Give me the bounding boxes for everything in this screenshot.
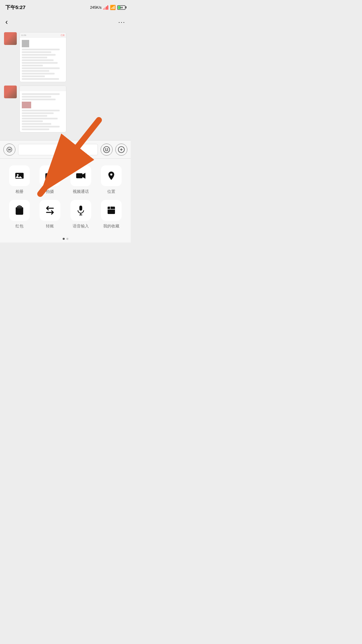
- location-icon-box: [101, 165, 122, 186]
- voice-button[interactable]: [3, 144, 15, 156]
- album-label: 相册: [15, 189, 23, 195]
- status-bar: 下午5:27 245K/s 📶 24: [0, 0, 131, 15]
- svg-point-10: [17, 174, 18, 176]
- svg-point-4: [105, 149, 106, 149]
- album-icon-box: [9, 165, 30, 186]
- input-bar: [0, 140, 131, 158]
- svg-point-3: [104, 146, 110, 152]
- page-indicator: [0, 234, 131, 243]
- page-dot-2: [66, 238, 68, 240]
- status-right: 245K/s 📶 24: [90, 5, 125, 10]
- action-camera[interactable]: 拍摄: [36, 165, 64, 195]
- back-button[interactable]: ‹: [5, 18, 8, 26]
- message-bubble-1: 11:56 已发: [19, 32, 66, 82]
- action-album[interactable]: 相册: [5, 165, 34, 195]
- nav-bar: ‹ ···: [0, 15, 131, 30]
- svg-point-12: [49, 175, 51, 177]
- more-button[interactable]: ···: [118, 19, 125, 26]
- actions-panel: 相册 拍摄 视频通话: [0, 158, 131, 234]
- emoji-button[interactable]: [101, 144, 113, 156]
- redpacket-label: 红包: [15, 223, 23, 229]
- action-voice-input[interactable]: 语音输入: [67, 200, 95, 229]
- message-bubble-2: [19, 86, 66, 132]
- avatar: [4, 86, 17, 98]
- svg-rect-13: [76, 173, 82, 178]
- svg-point-5: [107, 149, 108, 149]
- avatar: [4, 32, 17, 45]
- camera-icon-box: [40, 165, 60, 186]
- action-favorites[interactable]: 我的收藏: [98, 200, 126, 229]
- svg-point-2: [7, 147, 12, 152]
- action-video[interactable]: 视频通话: [67, 165, 95, 195]
- signal-bars: [103, 5, 108, 10]
- action-redpacket[interactable]: 红包: [5, 200, 34, 229]
- actions-grid: 相册 拍摄 视频通话: [5, 165, 125, 229]
- svg-point-15: [110, 173, 112, 175]
- table-row: [4, 86, 127, 132]
- status-time: 下午5:27: [5, 4, 25, 11]
- favorites-icon-box: [101, 200, 122, 221]
- voice-input-icon-box: [70, 200, 91, 221]
- location-label: 位置: [107, 189, 115, 195]
- page-dot-1: [63, 238, 65, 240]
- voice-input-label: 语音输入: [73, 223, 89, 229]
- signal-speed: 245K/s: [90, 5, 102, 9]
- redpacket-icon-box: [9, 200, 30, 221]
- plus-button[interactable]: [115, 144, 127, 156]
- transfer-label: 转账: [46, 223, 54, 229]
- camera-label: 拍摄: [46, 189, 54, 195]
- message-input[interactable]: [18, 144, 98, 155]
- table-row: 11:56 已发: [4, 32, 127, 82]
- action-transfer[interactable]: 转账: [36, 200, 64, 229]
- transfer-icon-box: [40, 200, 60, 221]
- svg-rect-18: [18, 205, 21, 207]
- favorites-label: 我的收藏: [103, 223, 119, 229]
- action-location[interactable]: 位置: [98, 165, 126, 195]
- chat-area: 11:56 已发: [0, 30, 131, 140]
- video-icon-box: [70, 165, 91, 186]
- svg-rect-19: [79, 206, 82, 211]
- wifi-icon: 📶: [110, 5, 116, 10]
- video-label: 视频通话: [73, 189, 89, 195]
- svg-rect-22: [108, 207, 115, 214]
- svg-marker-14: [82, 173, 85, 179]
- battery: 24: [117, 5, 125, 10]
